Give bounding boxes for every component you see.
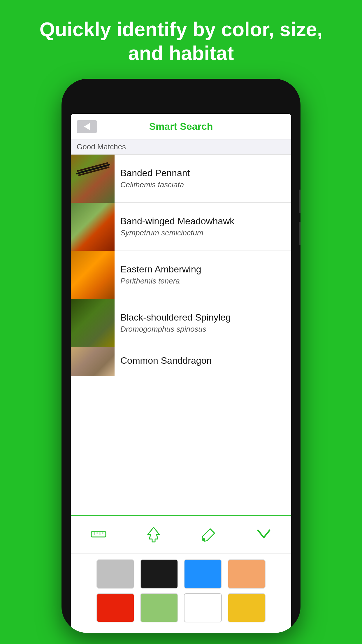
swatch-red[interactable] xyxy=(96,593,134,622)
header-title: Quickly identify by color, size, and hab… xyxy=(0,0,362,77)
species-latin: Perithemis tenera xyxy=(120,276,285,286)
species-image-banded-pennant xyxy=(71,155,115,203)
color-swatches-panel xyxy=(71,553,291,633)
list-item[interactable]: Black-shouldered Spinyleg Dromogomphus s… xyxy=(71,299,291,347)
species-latin: Celithemis fasciata xyxy=(120,180,285,189)
swatch-gray[interactable] xyxy=(96,559,134,589)
species-latin: Sympetrum semicinctum xyxy=(120,228,285,237)
species-info: Banded Pennant Celithemis fasciata xyxy=(115,168,291,189)
bottom-toolbar xyxy=(71,515,291,553)
svg-line-6 xyxy=(210,529,215,533)
list-item[interactable]: Eastern Amberwing Perithemis tenera xyxy=(71,251,291,299)
species-image-eastern-amberwing xyxy=(71,251,115,299)
species-latin: Dromogomphus spinosus xyxy=(120,325,285,334)
species-name: Black-shouldered Spinyleg xyxy=(120,312,285,323)
species-image-common-sanddragon xyxy=(71,347,115,376)
back-arrow-icon xyxy=(84,123,90,130)
swatch-light-green[interactable] xyxy=(140,593,178,622)
svg-rect-0 xyxy=(91,532,106,537)
svg-point-7 xyxy=(202,538,205,541)
chevron-down-icon xyxy=(255,526,273,543)
swatch-white[interactable] xyxy=(184,593,222,622)
swatch-orange[interactable] xyxy=(228,559,266,589)
phone-screen: Smart Search Good Matches Banded Pennant… xyxy=(71,114,291,633)
tree-icon-button[interactable] xyxy=(143,524,164,545)
tree-icon xyxy=(145,526,162,543)
species-name: Common Sanddragon xyxy=(120,355,285,366)
swatches-row-2 xyxy=(80,593,282,622)
species-image-band-winged xyxy=(71,203,115,251)
list-item[interactable]: Banded Pennant Celithemis fasciata xyxy=(71,155,291,203)
species-info: Black-shouldered Spinyleg Dromogomphus s… xyxy=(115,312,291,334)
species-image-black-shouldered xyxy=(71,299,115,347)
list-item[interactable]: Band-winged Meadowhawk Sympetrum semicin… xyxy=(71,203,291,251)
svg-marker-5 xyxy=(148,527,159,542)
ruler-icon-button[interactable] xyxy=(88,524,109,545)
swatch-yellow[interactable] xyxy=(228,593,266,622)
nav-title: Smart Search xyxy=(97,121,265,132)
results-list[interactable]: Banded Pennant Celithemis fasciata Band-… xyxy=(71,155,291,515)
species-info: Common Sanddragon xyxy=(115,355,291,368)
species-info: Eastern Amberwing Perithemis tenera xyxy=(115,264,291,286)
checkmark-icon-button[interactable] xyxy=(254,524,274,545)
nav-bar: Smart Search xyxy=(71,114,291,139)
swatch-blue[interactable] xyxy=(184,559,222,589)
list-item[interactable]: Common Sanddragon xyxy=(71,347,291,376)
paint-brush-icon xyxy=(200,526,217,543)
phone-frame: Smart Search Good Matches Banded Pennant… xyxy=(61,79,301,633)
swatch-black[interactable] xyxy=(140,559,178,589)
swatches-row-1 xyxy=(80,559,282,589)
paint-icon-button[interactable] xyxy=(198,524,219,545)
volume-button xyxy=(299,190,301,213)
power-button xyxy=(299,222,301,245)
section-header: Good Matches xyxy=(71,139,291,155)
ruler-icon xyxy=(90,526,107,543)
species-name: Banded Pennant xyxy=(120,168,285,178)
species-name: Eastern Amberwing xyxy=(120,264,285,275)
species-info: Band-winged Meadowhawk Sympetrum semicin… xyxy=(115,216,291,237)
species-name: Band-winged Meadowhawk xyxy=(120,216,285,227)
back-button[interactable] xyxy=(77,120,97,133)
